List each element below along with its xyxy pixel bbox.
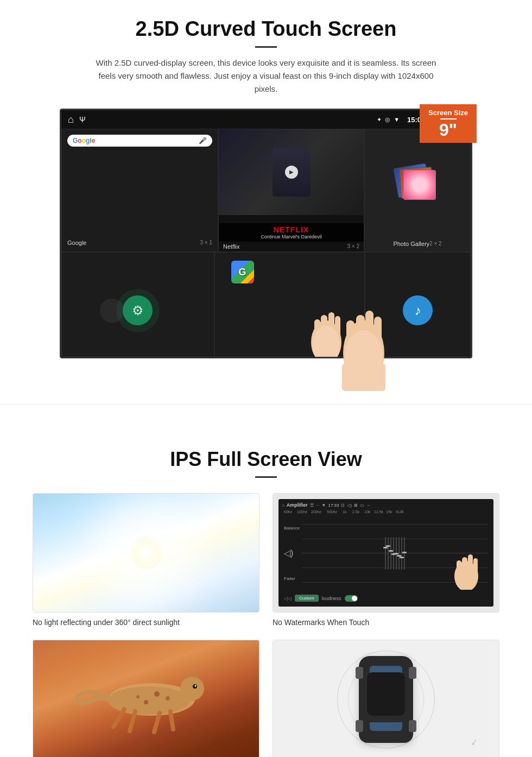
svg-line-26 bbox=[113, 709, 124, 727]
photo-gallery-icon-area bbox=[369, 134, 466, 241]
feature-img-sunlight bbox=[33, 493, 259, 613]
netflix-background: ▶ bbox=[219, 129, 364, 215]
freq-label-10k: 10k bbox=[364, 510, 372, 514]
wifi-icon: ▼ bbox=[394, 116, 400, 123]
device-mockup: Screen Size 9" ⌂ Ψ ✦ ◎ ▼ 15:06 ⊡ ◁) ⊠ ▭ bbox=[60, 109, 472, 358]
amp-custom-btn[interactable]: Custom bbox=[295, 595, 319, 602]
amp-camera: ⊡ bbox=[341, 503, 345, 508]
photo-gallery-label: Photo Gallery 2 × 2 bbox=[393, 241, 441, 247]
usb-icon: Ψ bbox=[79, 115, 86, 124]
google-size: 3 × 1 bbox=[200, 239, 212, 246]
svg-rect-17 bbox=[457, 560, 461, 579]
svg-rect-12 bbox=[342, 364, 385, 391]
amp-time: 17:33 bbox=[328, 503, 339, 508]
app-cell-google[interactable]: Google 🎤 Google 3 × 1 bbox=[61, 129, 218, 252]
app-cell-photo-gallery[interactable]: Photo Gallery 2 × 2 bbox=[364, 129, 471, 252]
bluetooth-icon: ✦ bbox=[377, 116, 382, 123]
volume-eq-icon: ◁) bbox=[284, 548, 300, 558]
app-grid: Google 🎤 Google 3 × 1 ▶ bbox=[61, 129, 471, 358]
google-search-bar[interactable]: Google 🎤 bbox=[67, 135, 212, 147]
google-maps-icon: G bbox=[231, 261, 254, 283]
sun-burst bbox=[130, 537, 162, 569]
section-divider bbox=[0, 404, 532, 405]
svg-point-27 bbox=[154, 691, 160, 697]
google-logo: Google bbox=[73, 137, 95, 144]
car-rear-window bbox=[370, 722, 402, 731]
music-note-icon: ♪ bbox=[403, 295, 433, 325]
freq-label-200: 200hz bbox=[311, 510, 325, 514]
eq-side-labels: Balance ◁) Fader bbox=[284, 517, 300, 590]
svg-marker-21 bbox=[192, 670, 199, 678]
svg-rect-14 bbox=[462, 557, 467, 580]
play-button[interactable]: ▶ bbox=[285, 166, 298, 179]
app-cell-sound-search[interactable]: ♪ Sound Search 1 × 1 bbox=[365, 252, 471, 358]
amp-bottom-bar: ◁◁ Custom loudness bbox=[282, 593, 490, 603]
car-visual: ↓ bbox=[273, 640, 499, 757]
screen-size-badge: Screen Size 9" bbox=[420, 104, 477, 143]
feature-sunlight: No light reflecting under 360° direct su… bbox=[33, 493, 259, 627]
netflix-label: Netflix 3 × 2 bbox=[219, 242, 364, 251]
section1-divider bbox=[255, 46, 277, 48]
feature-img-amplifier: ⌂ Amplifier ☰ ··· ▼ 17:33 ⊡ ◁) ⊠ ▭ ← bbox=[273, 493, 499, 613]
screen-size-divider bbox=[440, 118, 457, 119]
amp-wifi-icon: ▼ bbox=[322, 503, 326, 508]
netflix-size: 3 × 2 bbox=[347, 243, 359, 250]
feature-caption-watermarks: No Watermarks When Touch bbox=[273, 618, 499, 627]
app-row-1: Google 🎤 Google 3 × 1 ▶ bbox=[61, 129, 471, 252]
toggle-knob bbox=[352, 596, 357, 601]
hand-on-eq bbox=[450, 541, 488, 590]
freq-label-15k: 15k bbox=[386, 510, 394, 514]
screen-size-value: 9" bbox=[428, 121, 468, 138]
amp-title: Amplifier bbox=[287, 502, 308, 508]
section1-description: With 2.5D curved-display screen, this de… bbox=[92, 56, 440, 96]
svg-line-23 bbox=[170, 711, 173, 729]
photo-card-3 bbox=[403, 170, 436, 200]
section-ips-screen: IPS Full Screen View No light reflecting… bbox=[0, 422, 532, 757]
app-cell-share-location[interactable]: G bbox=[214, 252, 365, 358]
feature-img-cheetah bbox=[33, 640, 259, 757]
feature-img-car: ↓ bbox=[273, 640, 499, 757]
car-wheel-br bbox=[409, 720, 416, 732]
sunlight-visual bbox=[33, 494, 259, 612]
app-cell-settings[interactable]: ⚙ Settings shortcut 1 × 1 bbox=[61, 252, 214, 358]
feature-fast-response: Super Fast Response bbox=[33, 640, 259, 757]
car-wheel-bl bbox=[356, 720, 363, 732]
amp-prev-icon[interactable]: ◁◁ bbox=[284, 596, 292, 601]
sound-search-icon-area: ♪ bbox=[371, 258, 465, 358]
car-wheel-tr bbox=[409, 667, 416, 679]
eq-visualization bbox=[302, 517, 488, 590]
amp-dots: ··· bbox=[316, 503, 320, 508]
amplifier-visual: ⌂ Amplifier ☰ ··· ▼ 17:33 ⊡ ◁) ⊠ ▭ ← bbox=[273, 494, 499, 612]
netflix-app-name: Netflix bbox=[223, 243, 240, 250]
google-label: Google 3 × 1 bbox=[67, 239, 212, 246]
cheetah-svg bbox=[65, 651, 227, 748]
svg-point-28 bbox=[144, 700, 148, 704]
hand-svg bbox=[305, 293, 348, 358]
device-screen: ⌂ Ψ ✦ ◎ ▼ 15:06 ⊡ ◁) ⊠ ▭ bbox=[60, 109, 472, 358]
freq-label-sub: SUB bbox=[396, 510, 403, 514]
amp-loudness-label: loudness bbox=[322, 596, 341, 601]
freq-label-2k5: 2.5k bbox=[352, 510, 362, 514]
svg-point-29 bbox=[166, 696, 170, 701]
photo-stack bbox=[396, 166, 439, 209]
netflix-info-bar: NETFLIX Continue Marvel's Daredevil bbox=[219, 223, 364, 242]
section2-title: IPS Full Screen View bbox=[33, 448, 499, 471]
sunlight-bg bbox=[33, 494, 259, 612]
status-bar: ⌂ Ψ ✦ ◎ ▼ 15:06 ⊡ ◁) ⊠ ▭ bbox=[61, 110, 471, 129]
amp-vol: ◁) bbox=[347, 503, 352, 508]
photo-gallery-app-name: Photo Gallery bbox=[393, 241, 429, 247]
svg-rect-16 bbox=[473, 558, 478, 578]
amp-win: ▭ bbox=[360, 503, 364, 508]
google-app-name: Google bbox=[67, 239, 86, 246]
freq-label-60: 60hz bbox=[284, 510, 295, 514]
amp-menu-icon: ☰ bbox=[310, 503, 314, 508]
app-cell-netflix[interactable]: ▶ NETFLIX Continue Marvel's Daredevil Ne… bbox=[218, 129, 364, 252]
freq-label-12k5: 12.5k bbox=[374, 510, 384, 514]
loudness-toggle[interactable] bbox=[345, 595, 358, 602]
home-icon[interactable]: ⌂ bbox=[68, 114, 74, 125]
balance-label: Balance bbox=[284, 526, 300, 531]
freq-labels: 60hz 100hz 200hz 500hz 1k 2.5k 10k 12.5k… bbox=[282, 510, 490, 514]
cheetah-visual bbox=[33, 640, 259, 757]
google-mic-icon[interactable]: 🎤 bbox=[199, 137, 207, 144]
svg-point-30 bbox=[136, 695, 140, 698]
